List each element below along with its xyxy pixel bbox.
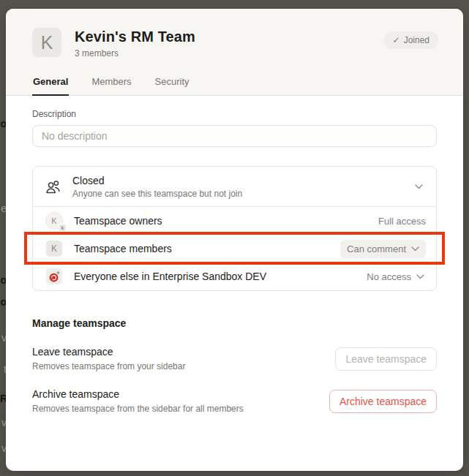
members-avatar: K bbox=[46, 241, 62, 257]
teamspace-settings-dialog: K Kevin's RM Team 3 members ✓ Joined Gen… bbox=[6, 9, 463, 471]
row-label: Everyone else in Enterprise Sandbox DEV bbox=[74, 271, 266, 282]
dialog-header: K Kevin's RM Team 3 members ✓ Joined Gen… bbox=[6, 9, 463, 96]
archive-teamspace-title: Archive teamspace bbox=[32, 388, 244, 400]
teamspace-avatar[interactable]: K bbox=[32, 28, 61, 57]
people-icon bbox=[45, 178, 62, 196]
row-teamspace-members: K Teamspace members Can comment bbox=[33, 235, 436, 262]
permissions-box: Closed Anyone can see this teamspace but… bbox=[32, 166, 437, 291]
leave-teamspace-row: Leave teamspace Removes teamspace from y… bbox=[32, 346, 437, 371]
archive-teamspace-subtitle: Removes teamspace from the sidebar for a… bbox=[32, 404, 244, 414]
visibility-title: Closed bbox=[72, 175, 242, 186]
joined-badge[interactable]: ✓ Joined bbox=[384, 31, 438, 49]
everyone-access-dropdown[interactable]: No access bbox=[367, 271, 426, 282]
access-level-label: Can comment bbox=[347, 243, 406, 254]
teamspace-title: Kevin's RM Team bbox=[75, 29, 195, 45]
chevron-down-icon bbox=[411, 246, 419, 252]
description-input[interactable] bbox=[32, 125, 437, 147]
dialog-body: Description Closed Anyone can see this t… bbox=[6, 96, 463, 414]
row-label: Teamspace members bbox=[74, 243, 172, 254]
chevron-down-icon bbox=[415, 184, 423, 189]
archive-teamspace-button[interactable]: Archive teamspace bbox=[329, 390, 437, 413]
settings-tabs: General Members Security bbox=[32, 76, 438, 95]
chevron-down-icon bbox=[416, 274, 424, 279]
access-level-label: No access bbox=[367, 271, 411, 282]
check-icon: ✓ bbox=[393, 35, 400, 45]
joined-label: Joined bbox=[404, 35, 429, 45]
row-label: Teamspace owners bbox=[74, 215, 162, 227]
manage-teamspace-heading: Manage teamspace bbox=[32, 317, 437, 329]
tab-security[interactable]: Security bbox=[154, 76, 190, 96]
members-access-dropdown[interactable]: Can comment bbox=[340, 240, 426, 258]
visibility-subtitle: Anyone can see this teamspace but not jo… bbox=[72, 189, 242, 199]
row-teamspace-owners: K k Teamspace owners Full access bbox=[33, 207, 436, 235]
leave-teamspace-subtitle: Removes teamspace from your sidebar bbox=[32, 361, 185, 371]
tab-members[interactable]: Members bbox=[91, 76, 132, 96]
description-label: Description bbox=[32, 109, 437, 119]
archive-teamspace-row: Archive teamspace Removes teamspace from… bbox=[32, 388, 437, 414]
member-count: 3 members bbox=[75, 48, 195, 58]
workspace-logo-icon bbox=[46, 268, 62, 284]
leave-teamspace-title: Leave teamspace bbox=[32, 346, 185, 358]
owners-avatar-badge: k bbox=[59, 224, 67, 232]
leave-teamspace-button[interactable]: Leave teamspace bbox=[335, 347, 437, 371]
visibility-selector[interactable]: Closed Anyone can see this teamspace but… bbox=[33, 167, 436, 207]
tab-general[interactable]: General bbox=[32, 76, 69, 96]
row-everyone-else: Everyone else in Enterprise Sandbox DEV … bbox=[33, 262, 436, 290]
access-level-label: Full access bbox=[378, 216, 426, 227]
